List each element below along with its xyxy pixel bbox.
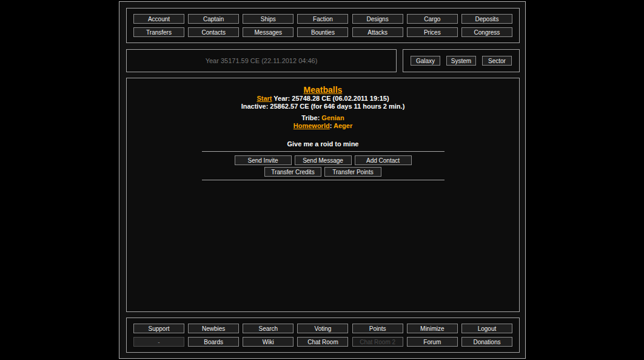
player-name-link[interactable]: Meatballs <box>304 85 343 95</box>
nav-designs-button[interactable]: Designs <box>352 14 403 24</box>
nav-congress-button[interactable]: Congress <box>461 27 512 37</box>
system-button[interactable]: System <box>446 56 476 66</box>
divider-top <box>202 151 444 152</box>
add-contact-button[interactable]: Add Contact <box>355 155 412 165</box>
nav-account-button[interactable]: Account <box>133 14 184 24</box>
transfer-credits-button[interactable]: Transfer Credits <box>264 167 321 177</box>
dash-placeholder-button: - <box>133 337 184 347</box>
tribe-line: Tribe: Genian <box>127 114 519 122</box>
bottom-nav-panel: Support Newbies Search Voting Points Min… <box>126 318 520 353</box>
inactive-line: Inactive: 25862.57 CE (for 646 days 11 h… <box>127 103 519 110</box>
newbies-button[interactable]: Newbies <box>188 324 239 333</box>
player-name-heading: Meatballs <box>127 85 519 95</box>
start-year-line: Start Year: 25748.28 CE (06.02.2011 19:1… <box>127 95 519 103</box>
nav-contacts-button[interactable]: Contacts <box>188 27 239 37</box>
logout-button[interactable]: Logout <box>461 324 512 333</box>
donations-button[interactable]: Donations <box>461 337 512 347</box>
nav-messages-button[interactable]: Messages <box>243 27 293 37</box>
nav-captain-button[interactable]: Captain <box>188 14 239 24</box>
nav-prices-button[interactable]: Prices <box>407 27 458 37</box>
send-invite-button[interactable]: Send Invite <box>235 155 292 165</box>
start-link[interactable]: Start <box>257 95 272 102</box>
nav-ships-button[interactable]: Ships <box>243 14 293 24</box>
nav-deposits-button[interactable]: Deposits <box>461 14 512 24</box>
nav-cargo-button[interactable]: Cargo <box>407 14 458 24</box>
points-button[interactable]: Points <box>352 324 403 333</box>
search-button[interactable]: Search <box>243 324 293 333</box>
top-nav-panel: Account Captain Ships Faction Designs Ca… <box>126 8 520 43</box>
bottom-nav-row-2: - Boards Wiki Chat Room Chat Room 2 Foru… <box>133 337 512 347</box>
action-row-1: Send Invite Send Message Add Contact <box>127 155 519 165</box>
chat-room-button[interactable]: Chat Room <box>297 337 348 347</box>
homeworld-colon: : <box>330 122 332 129</box>
support-button[interactable]: Support <box>133 324 184 333</box>
view-panel: Galaxy System Sector <box>403 49 520 72</box>
tribe-value: Genian <box>321 114 344 121</box>
nav-attacks-button[interactable]: Attacks <box>352 27 403 37</box>
forum-button[interactable]: Forum <box>407 337 458 347</box>
nav-transfers-button[interactable]: Transfers <box>133 27 184 37</box>
top-nav-row-1: Account Captain Ships Faction Designs Ca… <box>133 14 512 24</box>
voting-button[interactable]: Voting <box>297 324 348 333</box>
wiki-button[interactable]: Wiki <box>243 337 293 347</box>
galaxy-button[interactable]: Galaxy <box>411 56 440 66</box>
homeworld-value: Aeger <box>334 122 352 129</box>
player-profile-panel: Meatballs Start Year: 25748.28 CE (06.02… <box>126 78 520 312</box>
sector-button[interactable]: Sector <box>482 56 512 66</box>
transfer-points-button[interactable]: Transfer Points <box>324 167 381 177</box>
send-message-button[interactable]: Send Message <box>295 155 352 165</box>
boards-button[interactable]: Boards <box>188 337 239 347</box>
minimize-button[interactable]: Minimize <box>407 324 458 333</box>
chat-room-2-button: Chat Room 2 <box>352 337 403 347</box>
homeworld-line: Homeworld: Aeger <box>127 122 519 130</box>
game-time-text: Year 35171.59 CE (22.11.2012 04:46) <box>206 57 318 64</box>
action-row-2: Transfer Credits Transfer Points <box>127 167 519 177</box>
nav-bounties-button[interactable]: Bounties <box>297 27 348 37</box>
bottom-nav-row-1: Support Newbies Search Voting Points Min… <box>133 324 512 333</box>
divider-bottom <box>202 180 444 180</box>
top-nav-row-2: Transfers Contacts Messages Bounties Att… <box>133 27 512 37</box>
homeworld-link[interactable]: Homeworld <box>293 122 330 129</box>
tribe-label: Tribe: <box>301 114 320 121</box>
game-window: Account Captain Ships Faction Designs Ca… <box>119 1 526 359</box>
nav-faction-button[interactable]: Faction <box>297 14 348 24</box>
player-motto: Give me a roid to mine <box>127 140 519 148</box>
start-year-text: Year: 25748.28 CE (06.02.2011 19:15) <box>273 95 389 102</box>
game-time-panel: Year 35171.59 CE (22.11.2012 04:46) <box>126 49 397 72</box>
